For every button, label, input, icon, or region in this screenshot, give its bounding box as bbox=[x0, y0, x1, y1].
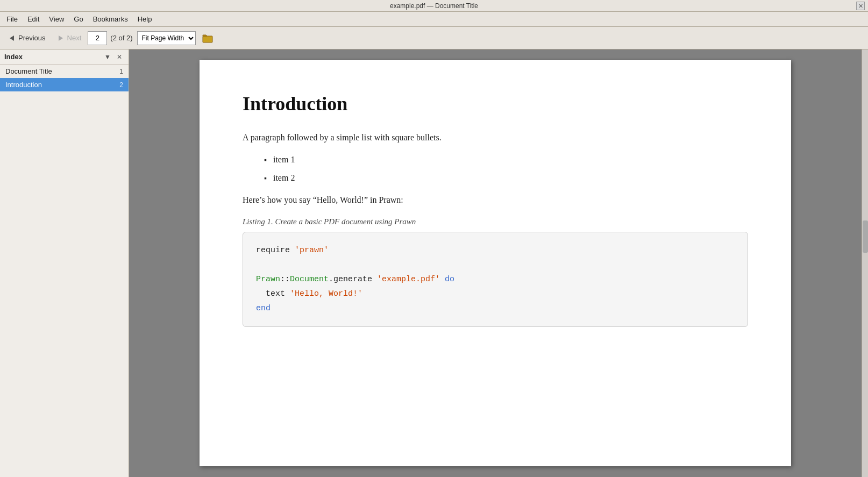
scrollbar[interactable] bbox=[862, 49, 868, 477]
sidebar-item-page: 1 bbox=[119, 68, 123, 75]
fit-select[interactable]: Fit Page Width Fit Page Fit Width Fit He… bbox=[137, 31, 196, 45]
menu-bookmarks[interactable]: Bookmarks bbox=[89, 13, 132, 25]
next-label: Next bbox=[67, 34, 82, 42]
scrollbar-thumb[interactable] bbox=[863, 220, 868, 253]
next-button[interactable]: Next bbox=[52, 32, 86, 45]
code-text: :: bbox=[280, 275, 290, 284]
pdf-page: Introduction A paragraph followed by a s… bbox=[200, 60, 791, 466]
main-layout: Index ▼ ✕ Document Title 1 Introduction … bbox=[0, 49, 868, 477]
menu-file[interactable]: File bbox=[2, 13, 22, 25]
menu-bar: File Edit View Go Bookmarks Help bbox=[0, 12, 868, 27]
code-line-5: end bbox=[256, 301, 735, 316]
window-title: example.pdf — Document Title bbox=[390, 2, 478, 10]
sidebar-item-document-title[interactable]: Document Title 1 bbox=[0, 65, 129, 78]
sidebar-dropdown-icon[interactable]: ▼ bbox=[103, 52, 112, 62]
code-class: Prawn bbox=[256, 275, 280, 284]
pdf-code-block: require 'prawn' Prawn::Document.generate… bbox=[243, 232, 748, 327]
page-count: (2 of 2) bbox=[110, 34, 132, 42]
sidebar: Index ▼ ✕ Document Title 1 Introduction … bbox=[0, 49, 129, 477]
page-input[interactable] bbox=[88, 31, 107, 45]
menu-edit[interactable]: Edit bbox=[23, 13, 44, 25]
code-line-4: text 'Hello, World!' bbox=[256, 287, 735, 301]
code-line-3: Prawn::Document.generate 'example.pdf' d… bbox=[256, 272, 735, 287]
title-bar: example.pdf — Document Title ✕ bbox=[0, 0, 868, 12]
pdf-area[interactable]: Introduction A paragraph followed by a s… bbox=[129, 49, 862, 477]
pdf-heading: Introduction bbox=[243, 92, 748, 115]
sidebar-item-label: Introduction bbox=[5, 81, 42, 89]
svg-rect-2 bbox=[203, 36, 212, 42]
sidebar-item-label: Document Title bbox=[5, 67, 52, 75]
list-item: item 1 bbox=[264, 155, 748, 165]
pdf-paragraph2: Here’s how you say “Hello, World!” in Pr… bbox=[243, 194, 748, 207]
code-text: .generate bbox=[329, 275, 377, 284]
code-string: 'Hello, World!' bbox=[290, 289, 362, 298]
close-button[interactable]: ✕ bbox=[856, 2, 865, 10]
svg-marker-0 bbox=[10, 35, 14, 41]
pdf-listing-caption: Listing 1. Create a basic PDF document u… bbox=[243, 217, 748, 226]
code-line-1: require 'prawn' bbox=[256, 243, 735, 258]
next-icon bbox=[56, 34, 65, 42]
menu-go[interactable]: Go bbox=[69, 13, 87, 25]
folder-button[interactable] bbox=[200, 31, 215, 46]
code-line-2 bbox=[256, 258, 735, 272]
code-string: 'prawn' bbox=[295, 246, 329, 255]
toolbar: Previous Next (2 of 2) Fit Page Width Fi… bbox=[0, 27, 868, 49]
code-string: 'example.pdf' bbox=[377, 275, 440, 284]
code-keyword: end bbox=[256, 304, 271, 313]
menu-view[interactable]: View bbox=[45, 13, 68, 25]
svg-marker-1 bbox=[59, 35, 63, 41]
previous-button[interactable]: Previous bbox=[3, 32, 50, 45]
code-text bbox=[440, 275, 445, 284]
sidebar-title: Index bbox=[4, 53, 23, 61]
previous-label: Previous bbox=[18, 34, 46, 42]
list-item: item 2 bbox=[264, 173, 748, 183]
menu-help[interactable]: Help bbox=[133, 13, 156, 25]
sidebar-header-icons: ▼ ✕ bbox=[103, 52, 124, 62]
sidebar-header: Index ▼ ✕ bbox=[0, 49, 129, 65]
pdf-paragraph1: A paragraph followed by a simple list wi… bbox=[243, 131, 748, 144]
code-keyword: do bbox=[445, 275, 454, 284]
code-text: require bbox=[256, 246, 295, 255]
sidebar-item-introduction[interactable]: Introduction 2 bbox=[0, 78, 129, 91]
code-class: Document bbox=[290, 275, 329, 284]
sidebar-item-page: 2 bbox=[119, 81, 123, 89]
previous-icon bbox=[8, 34, 16, 42]
folder-icon bbox=[202, 33, 213, 43]
code-text: text bbox=[256, 289, 290, 298]
pdf-list: item 1 item 2 bbox=[264, 155, 748, 183]
sidebar-close-icon[interactable]: ✕ bbox=[115, 52, 124, 62]
